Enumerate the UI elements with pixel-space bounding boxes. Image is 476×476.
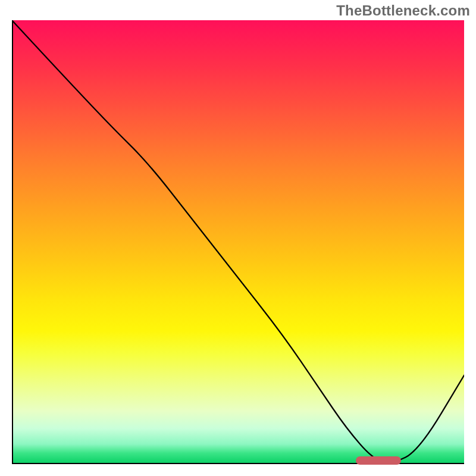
chart-stage: TheBottleneck.com [0, 0, 476, 476]
curve-path [12, 20, 464, 462]
y-axis [12, 20, 13, 464]
watermark-text: TheBottleneck.com [336, 2, 470, 19]
bottleneck-curve [12, 20, 464, 464]
optimal-range-marker [356, 456, 401, 465]
